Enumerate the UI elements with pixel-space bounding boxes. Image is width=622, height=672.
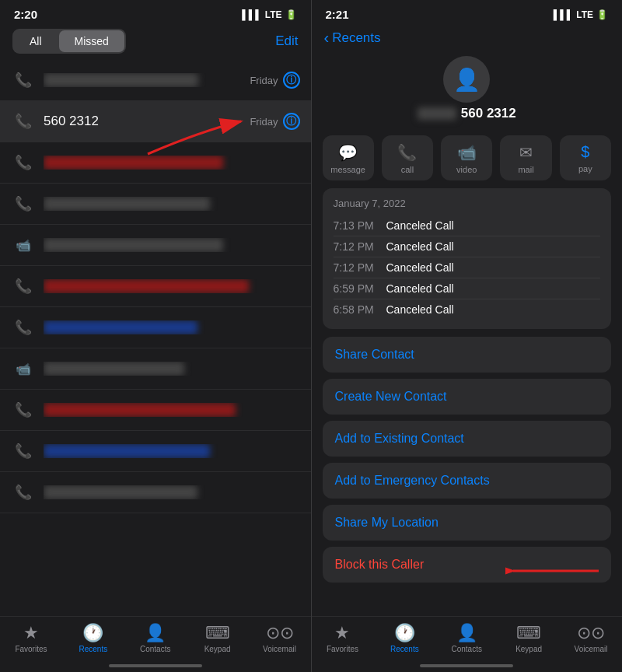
right-header: ‹ Recents bbox=[312, 24, 623, 53]
info-btn-2[interactable]: ⓘ bbox=[283, 113, 300, 130]
nav-voicemail-right[interactable]: ⊙⊙ Voicemail bbox=[568, 623, 614, 653]
favorites-icon-right: ★ bbox=[334, 623, 350, 643]
call-name-blur-5 bbox=[44, 238, 223, 252]
contacts-icon-right: 👤 bbox=[456, 623, 477, 643]
pay-label: pay bbox=[578, 164, 592, 173]
add-existing-btn[interactable]: Add to Existing Contact bbox=[323, 421, 612, 457]
history-time-1: 7:13 PM bbox=[334, 219, 386, 232]
call-info-3 bbox=[44, 156, 300, 170]
contacts-label-right: Contacts bbox=[451, 645, 481, 653]
call-name-blur-1 bbox=[44, 73, 198, 87]
info-btn-1[interactable]: ⓘ bbox=[283, 72, 300, 89]
recents-label-left: Recents bbox=[79, 645, 107, 653]
call-button[interactable]: 📞 call bbox=[382, 135, 433, 180]
call-name-blur-8 bbox=[44, 362, 184, 376]
call-info-8 bbox=[44, 362, 300, 376]
back-button[interactable]: ‹ Recents bbox=[324, 29, 381, 47]
call-item-8[interactable]: 📹 bbox=[0, 348, 311, 390]
video-button[interactable]: 📹 video bbox=[441, 135, 492, 180]
call-item-3[interactable]: 📞 bbox=[0, 142, 311, 184]
call-name-blue-7 bbox=[44, 320, 197, 334]
voicemail-label-left: Voicemail bbox=[263, 645, 296, 653]
video-label: video bbox=[456, 165, 477, 174]
left-panel: 2:20 ▌▌▌ LTE 🔋 All Missed Edit 📞 Friday … bbox=[0, 0, 311, 672]
pay-button[interactable]: $ pay bbox=[560, 135, 611, 180]
nav-contacts-left[interactable]: 👤 Contacts bbox=[132, 623, 179, 653]
create-contact-btn[interactable]: Create New Contact bbox=[323, 379, 612, 415]
contact-number: 560 2312 bbox=[461, 106, 516, 121]
voicemail-label-right: Voicemail bbox=[575, 645, 608, 653]
phone-icon-10: 📞 bbox=[11, 439, 36, 464]
call-name-real: 560 2312 bbox=[44, 114, 250, 129]
edit-button[interactable]: Edit bbox=[275, 33, 298, 49]
message-button[interactable]: 💬 message bbox=[323, 135, 374, 180]
back-label: Recents bbox=[332, 30, 380, 46]
keypad-label-left: Keypad bbox=[204, 645, 231, 653]
history-time-3: 7:12 PM bbox=[334, 261, 386, 274]
action-bar: 💬 message 📞 call 📹 video ✉ mail $ pay bbox=[312, 129, 623, 188]
action-list: Share Contact Create New Contact Add to … bbox=[323, 337, 612, 587]
call-item-11[interactable]: 📞 bbox=[0, 472, 311, 513]
call-item-4[interactable]: 📞 bbox=[0, 184, 311, 225]
battery-icon: 🔋 bbox=[285, 9, 297, 20]
keypad-icon-left: ⌨ bbox=[205, 623, 230, 643]
call-name-red-3 bbox=[44, 156, 223, 170]
left-time: 2:20 bbox=[14, 8, 37, 21]
share-contact-btn[interactable]: Share Contact bbox=[323, 337, 612, 373]
right-panel: 2:21 ▌▌▌ LTE 🔋 ‹ Recents 👤 560 2312 💬 me… bbox=[312, 0, 623, 672]
history-label-1: Canceled Call bbox=[386, 219, 454, 232]
favorites-label-right: Favorites bbox=[327, 645, 358, 653]
call-info-5 bbox=[44, 238, 300, 252]
call-item-2[interactable]: 📞 560 2312 Friday ⓘ bbox=[0, 101, 311, 142]
call-item-5[interactable]: 📹 bbox=[0, 225, 311, 266]
all-tab[interactable]: All bbox=[14, 30, 58, 52]
history-label-2: Canceled Call bbox=[386, 240, 454, 253]
nav-contacts-right[interactable]: 👤 Contacts bbox=[443, 623, 490, 653]
phone-icon-6: 📞 bbox=[11, 274, 36, 299]
call-item-6[interactable]: 📞 bbox=[0, 266, 311, 307]
right-signal-icon: ▌▌▌ bbox=[554, 9, 574, 20]
history-item-3: 7:12 PM Canceled Call bbox=[334, 257, 601, 278]
call-item-7[interactable]: 📞 bbox=[0, 307, 311, 348]
emergency-contacts-btn[interactable]: Add to Emergency Contacts bbox=[323, 463, 612, 499]
nav-keypad-left[interactable]: ⌨ Keypad bbox=[194, 623, 241, 653]
call-info-6 bbox=[44, 279, 300, 293]
contact-name: 560 2312 bbox=[418, 106, 516, 121]
call-list: 📞 Friday ⓘ 📞 560 2312 Friday ⓘ 📞 bbox=[0, 60, 311, 616]
call-time-section-2: Friday ⓘ bbox=[250, 113, 299, 130]
nav-voicemail-left[interactable]: ⊙⊙ Voicemail bbox=[257, 623, 303, 653]
arrow-right bbox=[505, 551, 606, 590]
nav-favorites-right[interactable]: ★ Favorites bbox=[319, 623, 365, 653]
call-info-2: 560 2312 bbox=[44, 114, 250, 129]
right-status-bar: 2:21 ▌▌▌ LTE 🔋 bbox=[312, 0, 623, 24]
block-caller-label: Block this Caller bbox=[335, 558, 425, 572]
nav-keypad-right[interactable]: ⌨ Keypad bbox=[505, 623, 552, 653]
mail-icon: ✉ bbox=[519, 143, 533, 162]
history-item-2: 7:12 PM Canceled Call bbox=[334, 236, 601, 257]
call-item-10[interactable]: 📞 bbox=[0, 431, 311, 472]
missed-tab[interactable]: Missed bbox=[59, 30, 124, 52]
voicemail-icon-left: ⊙⊙ bbox=[266, 623, 294, 643]
mail-button[interactable]: ✉ mail bbox=[500, 135, 551, 180]
call-info-4 bbox=[44, 197, 300, 211]
keypad-icon-right: ⌨ bbox=[516, 623, 541, 643]
home-indicator-left bbox=[109, 664, 202, 667]
contacts-label-left: Contacts bbox=[140, 645, 170, 653]
avatar: 👤 bbox=[443, 56, 490, 103]
nav-recents-left[interactable]: 🕐 Recents bbox=[70, 623, 117, 653]
phone-icon-2: 📞 bbox=[11, 109, 36, 134]
call-item-9[interactable]: 📞 bbox=[0, 390, 311, 431]
history-date: January 7, 2022 bbox=[334, 198, 601, 209]
share-location-btn[interactable]: Share My Location bbox=[323, 505, 612, 541]
contact-name-blur bbox=[418, 107, 456, 120]
history-time-4: 6:59 PM bbox=[334, 282, 386, 295]
nav-recents-right[interactable]: 🕐 Recents bbox=[381, 623, 428, 653]
nav-favorites-left[interactable]: ★ Favorites bbox=[8, 623, 54, 653]
call-icon: 📞 bbox=[397, 143, 417, 162]
call-info-9 bbox=[44, 403, 300, 417]
message-label: message bbox=[330, 165, 365, 174]
recents-icon-left: 🕐 bbox=[82, 623, 103, 643]
phone-icon-4: 📞 bbox=[11, 191, 36, 216]
call-item-1[interactable]: 📞 Friday ⓘ bbox=[0, 60, 311, 101]
block-caller-btn[interactable]: Block this Caller bbox=[323, 547, 612, 583]
